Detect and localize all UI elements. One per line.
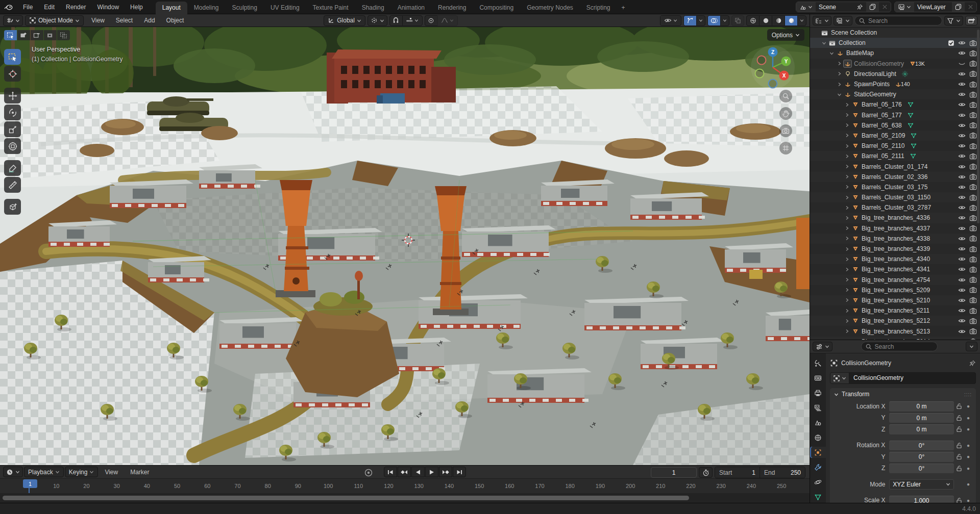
playhead[interactable]: 1	[23, 479, 37, 488]
hide-viewport-eye-icon[interactable]	[958, 307, 966, 314]
panel-grip[interactable]: ::::	[964, 392, 972, 397]
animate-decorator-dot[interactable]: ●	[965, 466, 972, 471]
outliner-search-input[interactable]: Search	[854, 16, 942, 25]
hide-viewport-eye-icon[interactable]	[958, 143, 966, 149]
stopwatch-icon[interactable]	[699, 467, 713, 478]
end-frame-field[interactable]: End250	[760, 467, 805, 478]
outliner-item-label[interactable]: Barrel_05_2111	[862, 152, 904, 160]
jump-to-end-button[interactable]	[453, 467, 466, 477]
outliner-row[interactable]: Big_tree_branches_5210	[810, 295, 980, 305]
outliner-item-label[interactable]: Barrel_05_177	[862, 112, 902, 119]
mode-selector[interactable]: Object Mode	[25, 15, 84, 26]
new-collection-button[interactable]	[965, 16, 977, 25]
value-field-rotation-x[interactable]: 0°	[889, 441, 953, 451]
hide-viewport-eye-icon[interactable]	[958, 101, 966, 108]
timeline-menu-keying[interactable]: Keying	[65, 467, 99, 477]
disable-render-camera-icon[interactable]	[969, 256, 977, 263]
disable-render-camera-icon[interactable]	[969, 70, 977, 77]
value-field-y[interactable]: 0 m	[889, 413, 953, 423]
next-keyframe-button[interactable]	[439, 467, 452, 477]
show-gizmo-toggle[interactable]	[683, 15, 696, 26]
lock-icon[interactable]	[954, 426, 965, 432]
hide-viewport-eye-icon[interactable]	[958, 122, 966, 128]
object-name-field[interactable]: CollisionGeometry	[849, 372, 976, 384]
timeline-ruler[interactable]: 1 10203040506070809010011012013014015016…	[0, 479, 810, 493]
options-button[interactable]: Options	[767, 29, 804, 41]
outliner-row[interactable]: DirectionalLight	[810, 69, 980, 79]
animate-decorator-dot[interactable]: ●	[965, 403, 972, 409]
topbar-menu-render[interactable]: Render	[60, 0, 91, 14]
properties-tab-output[interactable]	[810, 387, 826, 398]
current-frame-field[interactable]: 1	[651, 467, 697, 478]
transform-panel-header[interactable]: Transform ::::	[830, 388, 976, 400]
viewport-menu-select[interactable]: Select	[110, 13, 138, 28]
hide-viewport-eye-icon[interactable]	[958, 297, 966, 303]
outliner-filter-button[interactable]	[944, 16, 963, 25]
lock-icon[interactable]	[954, 415, 965, 421]
expand-chevron-right-icon[interactable]	[843, 236, 851, 241]
previous-keyframe-button[interactable]	[398, 467, 411, 477]
outliner-row[interactable]: Barrel_05_2111	[810, 151, 980, 161]
outliner-display-mode-button[interactable]	[813, 16, 831, 25]
outliner-item-label[interactable]: Collection	[839, 39, 866, 46]
hide-viewport-eye-icon[interactable]	[958, 184, 966, 190]
3d-viewport[interactable]: Object Mode ViewSelectAddObject Global	[0, 14, 810, 465]
gizmo-settings-button[interactable]	[696, 15, 705, 26]
new-viewlayer-button[interactable]	[952, 2, 965, 12]
workspace-tab-scripting[interactable]: Scripting	[580, 2, 617, 14]
outliner-item-label[interactable]: Barrel_05_2109	[862, 132, 905, 139]
disable-render-camera-icon[interactable]	[969, 153, 977, 160]
disable-render-camera-icon[interactable]	[969, 50, 977, 57]
disable-render-camera-icon[interactable]	[969, 91, 977, 98]
start-frame-field[interactable]: Start1	[715, 467, 760, 478]
object-visibility-eye-icon[interactable]	[660, 15, 681, 26]
disable-render-camera-icon[interactable]	[969, 163, 977, 170]
topbar-menu-file[interactable]: File	[17, 0, 38, 14]
scene-name[interactable]: Scene	[816, 2, 853, 12]
workspace-tab-geometry-nodes[interactable]: Geometry Nodes	[520, 2, 580, 14]
play-reverse-button[interactable]	[411, 467, 425, 477]
hidden-eye-closed-icon[interactable]	[958, 61, 966, 67]
hide-viewport-eye-icon[interactable]	[958, 236, 966, 242]
properties-tab-render[interactable]	[810, 372, 826, 383]
expand-chevron-right-icon[interactable]	[843, 174, 851, 179]
hide-viewport-eye-icon[interactable]	[958, 91, 966, 97]
view-control-toggle-ortho[interactable]	[779, 142, 792, 155]
outliner-row[interactable]: Big_tree_branches_5209	[810, 285, 980, 295]
expand-chevron-right-icon[interactable]	[843, 185, 851, 189]
outliner-row[interactable]: Barrels_Cluster_03_1150	[810, 192, 980, 202]
properties-tab-physics[interactable]	[810, 477, 826, 488]
outliner-item-label[interactable]: Barrels_Cluster_01_174	[862, 163, 927, 170]
tool-select-box[interactable]	[4, 49, 21, 65]
viewport-menu-object[interactable]: Object	[161, 13, 190, 28]
outliner-row[interactable]: Big_tree_branches_4340	[810, 254, 980, 264]
hide-viewport-eye-icon[interactable]	[958, 133, 966, 139]
expand-chevron-right-icon[interactable]	[843, 123, 851, 127]
disable-render-camera-icon[interactable]	[969, 307, 977, 314]
expand-chevron-right-icon[interactable]	[843, 113, 851, 117]
expand-chevron-right-icon[interactable]	[843, 195, 851, 200]
lock-icon[interactable]	[954, 403, 965, 409]
value-field-y[interactable]: 0°	[889, 452, 953, 462]
expand-chevron-right-icon[interactable]	[843, 298, 851, 302]
outliner-item-label[interactable]: Big_tree_branches_5209	[862, 287, 930, 294]
overlays-settings-button[interactable]	[720, 15, 729, 26]
hide-viewport-eye-icon[interactable]	[958, 81, 966, 87]
outliner-row[interactable]: Barrels_Cluster_03_175	[810, 182, 980, 192]
workspace-tab-animation[interactable]: Animation	[391, 2, 431, 14]
jump-to-start-button[interactable]	[384, 467, 397, 477]
select-mode-subtract[interactable]	[31, 30, 43, 40]
disable-render-camera-icon[interactable]	[969, 132, 977, 139]
hide-viewport-eye-icon[interactable]	[958, 246, 966, 252]
viewport-menu-view[interactable]: View	[86, 13, 110, 28]
expand-chevron-right-icon[interactable]	[843, 216, 851, 220]
outliner-row[interactable]: Scene Collection	[810, 28, 980, 38]
tool-measure[interactable]	[4, 177, 21, 193]
outliner-item-label[interactable]: Barrel_05_176	[862, 101, 902, 108]
outliner-item-label[interactable]: DirectionalLight	[854, 70, 896, 78]
expand-chevron-right-icon[interactable]	[843, 226, 851, 230]
disable-render-camera-icon[interactable]	[969, 184, 977, 190]
outliner-item-label[interactable]: Big_tree_branches_4338	[862, 235, 930, 242]
expand-chevron-right-icon[interactable]	[843, 144, 851, 148]
tool-cursor[interactable]	[4, 66, 21, 82]
